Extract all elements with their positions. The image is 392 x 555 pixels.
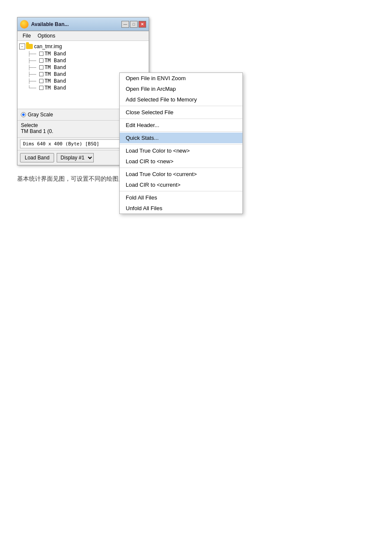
band-checkbox-1[interactable]	[39, 52, 43, 56]
load-band-button[interactable]: Load Band	[20, 153, 54, 162]
ctx-quick-stats[interactable]: Quick Stats...	[120, 133, 242, 143]
ctx-load-cir-current[interactable]: Load CIR to <current>	[120, 179, 242, 190]
ctx-fold-all[interactable]: Fold All Files	[120, 192, 242, 203]
title-bar: Available Ban... — □ ✕	[17, 17, 149, 31]
band-checkbox-2[interactable]	[39, 58, 43, 63]
ctx-load-true-color-new[interactable]: Load True Color to <new>	[120, 145, 242, 156]
root-file-name: can_tmr.img	[34, 43, 62, 49]
ctx-divider-1	[120, 106, 242, 106]
band-label-3: TM Band	[45, 64, 66, 70]
band-checkbox-6[interactable]	[39, 86, 43, 90]
ctx-open-envi-zoom[interactable]: Open File in ENVI Zoom	[120, 73, 242, 84]
band-label-1: TM Band	[45, 51, 66, 57]
tree-line: ├──	[28, 65, 39, 70]
tree-line: ├──	[28, 72, 39, 77]
band-checkbox-4[interactable]	[39, 72, 43, 76]
list-item[interactable]: ├── TM Band	[26, 50, 149, 57]
expand-icon[interactable]: −	[19, 43, 25, 49]
band-label-5: TM Band	[45, 78, 66, 84]
band-label-4: TM Band	[45, 71, 66, 77]
grayscale-radio[interactable]	[21, 112, 26, 117]
ctx-close-file[interactable]: Close Selected File	[120, 107, 242, 118]
tree-line: ├──	[28, 78, 39, 84]
ctx-divider-2	[120, 119, 242, 119]
ctx-edit-header[interactable]: Edit Header...	[120, 120, 242, 130]
ctx-divider-4	[120, 144, 242, 145]
band-checkbox-5[interactable]	[39, 79, 43, 83]
band-checkbox-3[interactable]	[39, 65, 43, 69]
band-label-6: TM Band	[45, 85, 66, 91]
tree-line: ├──	[28, 51, 39, 57]
window-controls: — □ ✕	[121, 21, 146, 28]
ctx-load-true-color-current[interactable]: Load True Color to <current>	[120, 169, 242, 179]
ctx-unfold-all[interactable]: Unfold All Files	[120, 203, 242, 214]
list-item[interactable]: ├── TM Band	[26, 57, 149, 64]
ctx-divider-5	[120, 168, 242, 168]
window-title: Available Ban...	[31, 21, 69, 27]
ctx-divider-3	[120, 131, 242, 132]
context-menu: Open File in ENVI Zoom Open File in ArcM…	[119, 72, 243, 214]
grayscale-label: Gray Scale	[28, 112, 53, 118]
menu-options[interactable]: Options	[34, 32, 58, 40]
folder-icon	[26, 44, 33, 49]
band-label-2: TM Band	[45, 58, 66, 64]
title-bar-left: Available Ban...	[20, 20, 69, 29]
ctx-divider-6	[120, 191, 242, 191]
minimize-button[interactable]: —	[121, 21, 129, 28]
menu-file[interactable]: File	[19, 32, 34, 40]
tree-root-item[interactable]: − can_tmr.img	[17, 43, 149, 50]
tree-line: └──	[28, 85, 39, 91]
app-icon	[20, 20, 29, 29]
list-item[interactable]: ├── TM Band	[26, 64, 149, 71]
restore-button[interactable]: □	[130, 21, 138, 28]
close-button[interactable]: ✕	[138, 21, 146, 28]
ctx-open-arcmap[interactable]: Open File in ArcMap	[120, 84, 242, 94]
menu-bar: File Options	[17, 31, 149, 41]
ctx-load-cir-new[interactable]: Load CIR to <new>	[120, 156, 242, 167]
display-select[interactable]: Display #1	[57, 153, 94, 162]
ctx-add-memory[interactable]: Add Selected File to Memory	[120, 94, 242, 105]
tree-line: ├──	[28, 58, 39, 64]
